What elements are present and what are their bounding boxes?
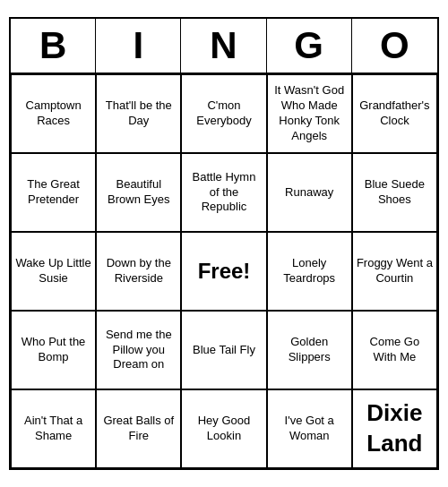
bingo-card: BINGO Camptown RacesThat'll be the DayC'… (9, 17, 439, 470)
bingo-cell-16: Send me the Pillow you Dream on (96, 311, 181, 389)
bingo-cell-13: Lonely Teardrops (267, 232, 352, 311)
bingo-cell-1: That'll be the Day (96, 74, 181, 153)
bingo-cell-15: Who Put the Bomp (11, 311, 96, 389)
bingo-cell-10: Wake Up Little Susie (11, 232, 96, 311)
bingo-cell-24: Dixie Land (352, 389, 437, 468)
bingo-cell-9: Blue Suede Shoes (352, 153, 437, 232)
bingo-cell-14: Froggy Went a Courtin (352, 232, 437, 311)
bingo-cell-23: I've Got a Woman (267, 389, 352, 468)
bingo-cell-6: Beautiful Brown Eyes (96, 153, 181, 232)
bingo-cell-20: Ain't That a Shame (11, 389, 96, 468)
bingo-cell-5: The Great Pretender (11, 153, 96, 232)
bingo-letter-n: N (181, 19, 266, 73)
bingo-cell-7: Battle Hymn of the Republic (181, 153, 266, 232)
bingo-cell-22: Hey Good Lookin (181, 389, 266, 468)
bingo-cell-0: Camptown Races (11, 74, 96, 153)
bingo-cell-4: Grandfather's Clock (352, 74, 437, 153)
bingo-grid: Camptown RacesThat'll be the DayC'mon Ev… (11, 74, 437, 468)
bingo-letter-o: O (352, 19, 437, 73)
bingo-cell-12: Free! (181, 232, 266, 311)
bingo-letter-g: G (267, 19, 352, 73)
bingo-cell-11: Down by the Riverside (96, 232, 181, 311)
bingo-header: BINGO (11, 19, 437, 74)
bingo-cell-19: Come Go With Me (352, 311, 437, 389)
bingo-letter-b: B (11, 19, 96, 73)
bingo-cell-2: C'mon Everybody (181, 74, 266, 153)
bingo-cell-3: It Wasn't God Who Made Honky Tonk Angels (267, 74, 352, 153)
bingo-cell-21: Great Balls of Fire (96, 389, 181, 468)
bingo-cell-8: Runaway (267, 153, 352, 232)
bingo-cell-17: Blue Tail Fly (181, 311, 266, 389)
bingo-letter-i: I (96, 19, 181, 73)
bingo-cell-18: Golden Slippers (267, 311, 352, 389)
